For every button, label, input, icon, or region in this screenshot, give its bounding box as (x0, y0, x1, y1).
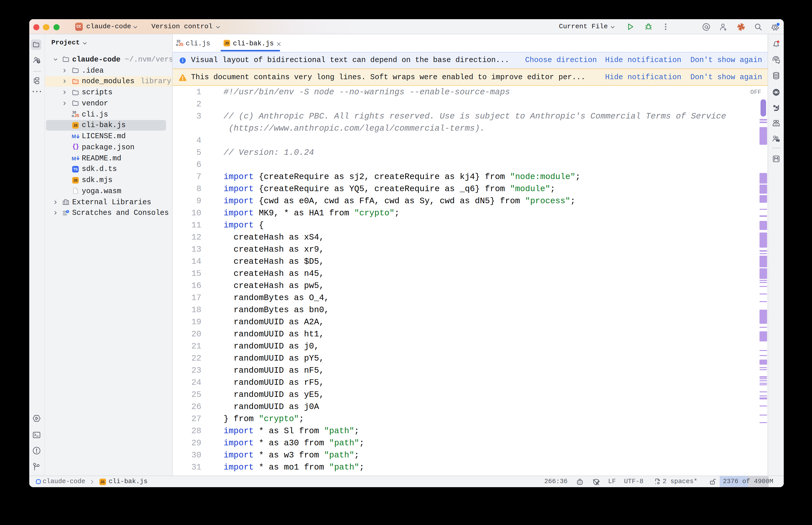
svg-text:?: ? (38, 60, 39, 63)
